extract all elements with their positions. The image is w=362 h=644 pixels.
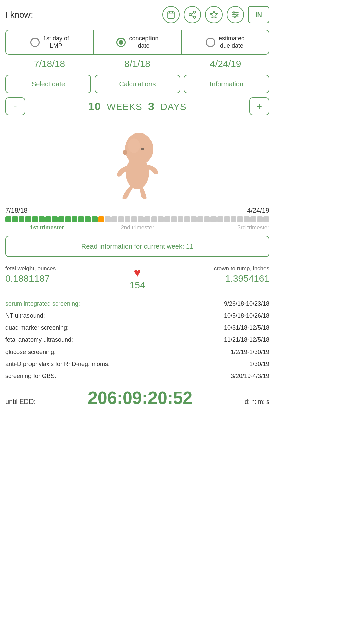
bar-green-segment <box>52 216 58 222</box>
bar-gray-segment <box>111 216 117 222</box>
screening-row: anti-D prophylaxis for RhD-neg. moms:1/3… <box>5 358 269 370</box>
bar-green-segment <box>72 216 78 222</box>
bar-green-segment <box>5 216 11 222</box>
bar-gray-segment <box>217 216 223 222</box>
heart-icon: ♥ <box>134 267 141 279</box>
sliders-icon[interactable] <box>227 6 244 23</box>
radio-conception[interactable]: conceptiondate <box>94 30 182 54</box>
bar-green-segment <box>85 216 91 222</box>
svg-line-7 <box>191 15 193 17</box>
share-icon[interactable] <box>184 6 201 23</box>
calendar-icon[interactable] <box>162 6 180 23</box>
bar-green-segment <box>78 216 84 222</box>
bar-green-segment <box>19 216 25 222</box>
crown-col: crown to rump, inches 1.3954161 <box>154 265 269 284</box>
bar-green-segment <box>32 216 38 222</box>
bar-gray-segment <box>257 216 263 222</box>
header-label: I know: <box>5 10 33 20</box>
screening-date: 10/31/18-12/5/18 <box>224 324 269 331</box>
bar-orange-segment <box>98 216 104 222</box>
screening-date: 10/5/18-10/26/18 <box>224 312 269 319</box>
bar-green-segment <box>25 216 31 222</box>
header-icons: IN <box>162 6 269 23</box>
weight-label: fetal weight, ounces <box>5 265 121 272</box>
radio-label-edd: estimateddue date <box>219 35 245 49</box>
bar-gray-segment <box>138 216 144 222</box>
bar-gray-segment <box>144 216 150 222</box>
radio-label-conception: conceptiondate <box>129 35 158 49</box>
timeline-start-date: 7/18/18 <box>5 207 28 214</box>
read-info-button[interactable]: Read information for current week: 11 <box>5 236 269 257</box>
t1-label: 1st trimester <box>5 224 88 231</box>
screening-row: quad marker screening:10/31/18-12/5/18 <box>5 322 269 334</box>
radio-circle-lmp <box>30 38 40 47</box>
bar-gray-segment <box>237 216 243 222</box>
radio-label-lmp: 1st day ofLMP <box>43 35 69 49</box>
svg-point-19 <box>123 150 127 155</box>
bar-green-segment <box>65 216 71 222</box>
bar-gray-segment <box>224 216 230 222</box>
week-plus-button[interactable]: + <box>249 97 269 115</box>
screening-row: fetal anatomy ultrasound:11/21/18-12/5/1… <box>5 334 269 346</box>
svg-point-15 <box>234 16 235 17</box>
radio-lmp[interactable]: 1st day ofLMP <box>6 30 94 54</box>
screening-label: serum integrated screening: <box>5 300 80 307</box>
screening-date: 9/26/18-10/23/18 <box>224 300 269 307</box>
bar-gray-segment <box>191 216 197 222</box>
screening-label: anti-D prophylaxis for RhD-neg. moms: <box>5 361 110 368</box>
screening-row: NT ultrasound:10/5/18-10/26/18 <box>5 310 269 322</box>
trimester-labels: 1st trimester 2nd trimester 3rd trimeste… <box>5 224 269 231</box>
svg-line-8 <box>191 13 193 14</box>
radio-dot-conception <box>119 40 123 45</box>
fetus-image <box>104 126 171 200</box>
footer-countdown: 206:09:20:52 <box>40 388 241 408</box>
radio-circle-edd <box>206 38 215 47</box>
screening-label: screening for GBS: <box>5 373 56 380</box>
in-label: IN <box>255 11 262 19</box>
svg-point-13 <box>233 12 235 13</box>
screening-label: quad marker screening: <box>5 324 69 331</box>
bar-green-segment <box>58 216 64 222</box>
weight-col: fetal weight, ounces 0.1881187 <box>5 265 121 284</box>
screening-row: glucose screening:1/2/19-1/30/19 <box>5 346 269 358</box>
bar-green-segment <box>12 216 18 222</box>
weeks-label: WEEKS <box>107 102 142 112</box>
t2-label: 2nd trimester <box>88 224 187 231</box>
bar-gray-segment <box>158 216 164 222</box>
in-button[interactable]: IN <box>248 6 269 23</box>
week-minus-button[interactable]: - <box>5 97 25 115</box>
select-date-button[interactable]: Select date <box>5 75 91 93</box>
svg-point-14 <box>236 14 237 15</box>
t3-label: 3rd trimester <box>186 224 269 231</box>
timeline-dates: 7/18/18 4/24/19 <box>5 207 269 214</box>
screening-date: 1/30/19 <box>249 361 269 368</box>
days-number: 3 <box>148 100 155 112</box>
bar-gray-segment <box>151 216 157 222</box>
bar-green-segment <box>92 216 98 222</box>
bar-gray-segment <box>250 216 256 222</box>
star-icon[interactable] <box>205 6 223 23</box>
calculations-button[interactable]: Calculations <box>95 75 180 93</box>
screening-section: serum integrated screening:9/26/18-10/23… <box>5 298 269 382</box>
timeline-end-date: 4/24/19 <box>247 207 269 214</box>
week-number: 10 <box>88 100 101 112</box>
header: I know: IN <box>0 0 275 27</box>
screening-row: screening for GBS:3/20/19-4/3/19 <box>5 370 269 382</box>
stats-row: fetal weight, ounces 0.1881187 ♥ 154 cro… <box>5 262 269 294</box>
timeline-section: 7/18/18 4/24/19 1st trimester 2nd trimes… <box>5 207 269 231</box>
svg-marker-9 <box>210 11 218 18</box>
footer-row: until EDD: 206:09:20:52 d: h: m: s <box>5 388 269 408</box>
date-row: 7/18/18 8/1/18 4/24/19 <box>5 57 269 71</box>
radio-edd[interactable]: estimateddue date <box>182 30 269 54</box>
screening-label: NT ultrasound: <box>5 312 45 319</box>
heart-rate-value: 154 <box>130 280 145 291</box>
bar-green-segment <box>39 216 45 222</box>
bar-gray-segment <box>244 216 250 222</box>
screening-date: 11/21/18-12/5/18 <box>224 336 269 343</box>
days-label: DAYS <box>161 102 187 112</box>
bar-gray-segment <box>164 216 170 222</box>
week-counter-row: - 10 WEEKS 3 DAYS + <box>5 97 269 115</box>
date-edd: 4/24/19 <box>181 57 269 71</box>
bar-gray-segment <box>263 216 269 222</box>
information-button[interactable]: Information <box>184 75 269 93</box>
